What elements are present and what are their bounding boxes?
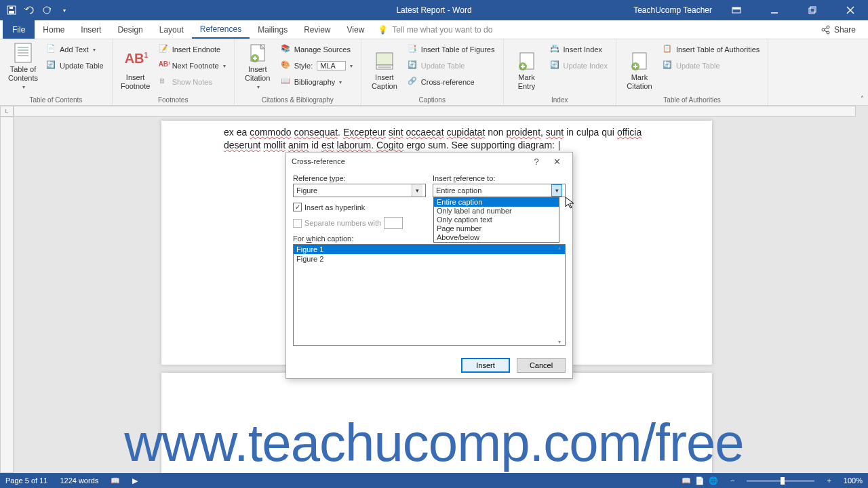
tell-me-search[interactable]: 💡 Tell me what you want to do (378, 20, 492, 39)
collapse-ribbon-icon[interactable]: ˄ (861, 95, 864, 102)
page-indicator[interactable]: Page 5 of 11 (5, 476, 47, 485)
print-layout-icon[interactable]: 📄 (695, 476, 705, 485)
update-index-button[interactable]: 🔄Update Index (547, 58, 610, 73)
toc-button[interactable]: Table of Contents ▾ (5, 42, 41, 91)
user-name[interactable]: TeachUcomp Teacher (633, 5, 712, 15)
svg-rect-5 (732, 7, 741, 9)
update-tof-button[interactable]: 🔄Update Table (405, 58, 498, 73)
vertical-ruler[interactable] (0, 117, 14, 473)
bibliography-button[interactable]: 📖Bibliography▾ (278, 75, 355, 89)
tab-design[interactable]: Design (109, 20, 151, 39)
update-toa-button[interactable]: 🔄Update Table (660, 58, 762, 73)
list-item[interactable]: Figure 2 (294, 254, 565, 264)
maximize-icon[interactable] (799, 0, 826, 20)
cross-reference-button[interactable]: 🔗Cross-reference (405, 75, 498, 89)
insert-button[interactable]: Insert (461, 358, 510, 373)
chevron-down-icon[interactable]: ▾ (551, 184, 562, 197)
svg-rect-8 (810, 7, 816, 12)
insert-endnote-button[interactable]: 📝Insert Endnote (156, 42, 229, 57)
scrollbar[interactable]: ▴▾ (554, 245, 565, 345)
insert-footnote-button[interactable]: AB1 Insert Footnote (118, 42, 153, 91)
ribbon-display-icon[interactable] (723, 0, 750, 20)
update-toc-button[interactable]: 🔄Update Table (43, 58, 106, 73)
tab-review[interactable]: Review (296, 20, 338, 39)
mark-citation-label: Mark Citation (622, 73, 657, 91)
qat-customize-icon[interactable]: ▾ (58, 4, 71, 16)
insert-reference-to-combo[interactable]: Entire caption ▾ Entire caption Only lab… (433, 184, 566, 197)
tab-layout[interactable]: Layout (151, 20, 192, 39)
web-layout-icon[interactable]: 🌐 (709, 476, 718, 485)
titlebar: ▾ Latest Report - Word TeachUcomp Teache… (0, 0, 868, 20)
share-button[interactable]: Share (814, 20, 863, 39)
tab-mailings[interactable]: Mailings (250, 20, 296, 39)
dropdown-option[interactable]: Only caption text (434, 216, 559, 224)
reference-type-value: Figure (296, 186, 317, 195)
dropdown-option[interactable]: Only label and number (434, 207, 559, 216)
scroll-down-icon[interactable]: ▾ (558, 339, 561, 345)
manage-icon: 📚 (281, 44, 292, 55)
text-cursor (559, 141, 559, 150)
list-item[interactable]: Figure 1 (294, 245, 565, 254)
zoom-level[interactable]: 100% (844, 476, 863, 485)
show-notes-button[interactable]: 🗎Show Notes (156, 75, 229, 89)
crossref-icon: 🔗 (408, 77, 418, 87)
chevron-down-icon[interactable]: ▾ (412, 184, 422, 197)
show-notes-icon: 🗎 (159, 77, 170, 87)
mark-entry-button[interactable]: Mark Entry (509, 42, 545, 91)
tab-insert[interactable]: Insert (73, 20, 109, 39)
view-buttons: 📖 📄 🌐 (682, 476, 718, 485)
reference-type-combo[interactable]: Figure ▾ (293, 184, 426, 197)
reference-type-label: Reference type: (293, 174, 426, 182)
document-text[interactable]: ex ea commodo consequat. Excepteur sint … (161, 121, 712, 152)
undo-icon[interactable] (23, 4, 35, 16)
document-page-next[interactable] (161, 373, 712, 488)
spellcheck-icon[interactable]: 📖 (111, 476, 120, 485)
insert-toa-button[interactable]: 📋Insert Table of Authorities (660, 42, 762, 57)
group-label-citations: Citations & Bibliography (240, 95, 355, 104)
update-icon: 🔄 (550, 60, 561, 71)
tab-references[interactable]: References (192, 20, 250, 39)
mark-citation-icon (629, 50, 650, 72)
horizontal-ruler[interactable] (14, 106, 856, 117)
tell-me-placeholder: Tell me what you want to do (392, 25, 492, 35)
update-icon: 🔄 (46, 60, 57, 71)
macro-icon[interactable]: ▶ (132, 476, 138, 485)
tab-home[interactable]: Home (35, 20, 73, 39)
citation-label: Insert Citation (240, 65, 275, 83)
insert-citation-button[interactable]: Insert Citation ▾ (240, 42, 275, 91)
tab-view[interactable]: View (339, 20, 373, 39)
word-count[interactable]: 1224 words (60, 476, 98, 485)
zoom-thumb[interactable] (781, 477, 785, 485)
dropdown-option[interactable]: Page number (434, 224, 559, 233)
close-icon[interactable]: ✕ (547, 157, 567, 167)
insert-caption-button[interactable]: Insert Caption (367, 42, 402, 91)
style-dropdown[interactable]: 🎨Style: MLA▾ (278, 58, 355, 73)
help-icon[interactable]: ? (526, 157, 547, 167)
group-label-footnotes: Footnotes (118, 95, 229, 104)
dialog-titlebar[interactable]: Cross-reference ? ✕ (286, 152, 572, 170)
caption-label: Insert Caption (367, 73, 402, 91)
scroll-up-icon[interactable]: ▴ (558, 245, 561, 251)
zoom-out-icon[interactable]: − (730, 476, 734, 485)
insert-hyperlink-checkbox[interactable]: ✓ (293, 203, 302, 211)
tab-file[interactable]: File (3, 20, 35, 39)
dropdown-option[interactable]: Entire caption (434, 198, 559, 207)
caption-list[interactable]: Figure 1 Figure 2 ▴▾ (293, 244, 566, 346)
mark-citation-button[interactable]: Mark Citation (622, 42, 657, 91)
zoom-in-icon[interactable]: + (827, 476, 831, 485)
dialog-title: Cross-reference (292, 157, 526, 165)
read-mode-icon[interactable]: 📖 (682, 476, 691, 485)
insert-hyperlink-label: Insert as hyperlink (304, 203, 365, 211)
insert-tof-button[interactable]: 📑Insert Table of Figures (405, 42, 498, 57)
save-icon[interactable] (5, 4, 18, 16)
minimize-icon[interactable] (761, 0, 788, 20)
next-footnote-button[interactable]: AB¹Next Footnote▾ (156, 58, 229, 73)
cancel-button[interactable]: Cancel (517, 358, 566, 373)
redo-icon[interactable] (41, 4, 53, 16)
close-icon[interactable] (837, 0, 864, 20)
manage-sources-button[interactable]: 📚Manage Sources (278, 42, 355, 57)
add-text-button[interactable]: 📄Add Text▾ (43, 42, 106, 57)
insert-index-button[interactable]: 📇Insert Index (547, 42, 610, 57)
dropdown-option[interactable]: Above/below (434, 233, 559, 242)
zoom-slider[interactable] (747, 480, 814, 482)
